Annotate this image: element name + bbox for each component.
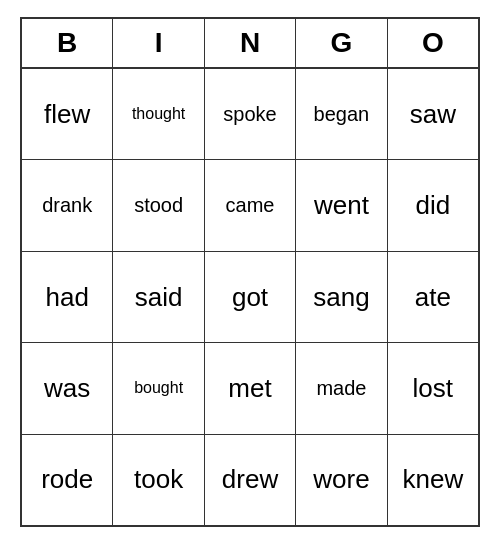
cell-text-2-3: sang <box>313 282 369 313</box>
bingo-cell-3-0: was <box>22 343 113 433</box>
bingo-header: BINGO <box>22 19 478 69</box>
bingo-card: BINGO flewthoughtspokebegansawdrankstood… <box>20 17 480 527</box>
bingo-cell-2-0: had <box>22 252 113 342</box>
bingo-cell-1-2: came <box>205 160 296 250</box>
bingo-cell-1-0: drank <box>22 160 113 250</box>
cell-text-4-1: took <box>134 464 183 495</box>
header-cell-n: N <box>205 19 296 67</box>
bingo-cell-2-1: said <box>113 252 204 342</box>
cell-text-1-0: drank <box>42 194 92 217</box>
bingo-cell-0-3: began <box>296 69 387 159</box>
cell-text-3-3: made <box>316 377 366 400</box>
bingo-cell-3-4: lost <box>388 343 478 433</box>
header-cell-o: O <box>388 19 478 67</box>
cell-text-1-3: went <box>314 190 369 221</box>
bingo-cell-0-4: saw <box>388 69 478 159</box>
bingo-cell-4-2: drew <box>205 435 296 525</box>
bingo-body: flewthoughtspokebegansawdrankstoodcamewe… <box>22 69 478 525</box>
header-cell-b: B <box>22 19 113 67</box>
cell-text-0-0: flew <box>44 99 90 130</box>
bingo-row-4: rodetookdrewworeknew <box>22 435 478 525</box>
cell-text-0-3: began <box>314 103 370 126</box>
bingo-cell-0-1: thought <box>113 69 204 159</box>
cell-text-3-2: met <box>228 373 271 404</box>
cell-text-4-2: drew <box>222 464 278 495</box>
bingo-cell-4-3: wore <box>296 435 387 525</box>
header-cell-i: I <box>113 19 204 67</box>
cell-text-2-1: said <box>135 282 183 313</box>
cell-text-1-1: stood <box>134 194 183 217</box>
bingo-cell-2-3: sang <box>296 252 387 342</box>
cell-text-3-0: was <box>44 373 90 404</box>
cell-text-1-4: did <box>415 190 450 221</box>
header-cell-g: G <box>296 19 387 67</box>
cell-text-4-0: rode <box>41 464 93 495</box>
bingo-cell-2-4: ate <box>388 252 478 342</box>
cell-text-0-1: thought <box>132 105 185 123</box>
bingo-cell-1-3: went <box>296 160 387 250</box>
bingo-row-0: flewthoughtspokebegansaw <box>22 69 478 160</box>
bingo-row-2: hadsaidgotsangate <box>22 252 478 343</box>
bingo-cell-1-1: stood <box>113 160 204 250</box>
bingo-cell-0-2: spoke <box>205 69 296 159</box>
bingo-cell-4-1: took <box>113 435 204 525</box>
bingo-cell-2-2: got <box>205 252 296 342</box>
bingo-row-3: wasboughtmetmadelost <box>22 343 478 434</box>
bingo-cell-3-2: met <box>205 343 296 433</box>
bingo-cell-0-0: flew <box>22 69 113 159</box>
cell-text-2-4: ate <box>415 282 451 313</box>
cell-text-0-2: spoke <box>223 103 276 126</box>
cell-text-0-4: saw <box>410 99 456 130</box>
cell-text-3-4: lost <box>413 373 453 404</box>
cell-text-3-1: bought <box>134 379 183 397</box>
bingo-cell-3-3: made <box>296 343 387 433</box>
bingo-cell-4-4: knew <box>388 435 478 525</box>
bingo-cell-3-1: bought <box>113 343 204 433</box>
bingo-cell-4-0: rode <box>22 435 113 525</box>
bingo-cell-1-4: did <box>388 160 478 250</box>
cell-text-1-2: came <box>226 194 275 217</box>
cell-text-2-2: got <box>232 282 268 313</box>
cell-text-4-3: wore <box>313 464 369 495</box>
cell-text-4-4: knew <box>402 464 463 495</box>
cell-text-2-0: had <box>46 282 89 313</box>
bingo-row-1: drankstoodcamewentdid <box>22 160 478 251</box>
